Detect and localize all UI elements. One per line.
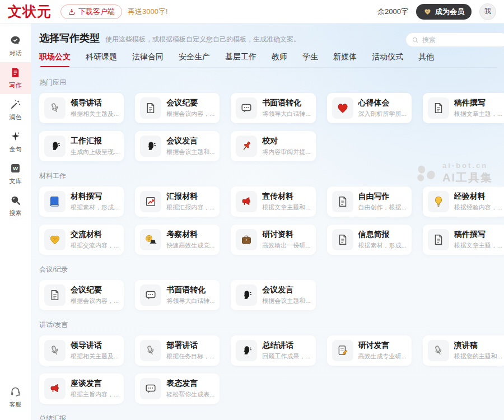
- card-title: 稿件撰写: [454, 230, 502, 240]
- mic-icon: [44, 340, 66, 361]
- tab[interactable]: 学生: [302, 52, 318, 67]
- vip-heart-icon: [423, 7, 432, 16]
- card-desc: 根据相关主题及...: [71, 110, 119, 118]
- card-title: 演讲稿: [454, 340, 502, 351]
- doc-icon: [428, 229, 449, 250]
- sidebar-item-chat-check[interactable]: 对话: [0, 30, 31, 62]
- card-title: 会议纪要: [71, 285, 119, 295]
- template-search[interactable]: [405, 32, 504, 47]
- download-icon: [68, 8, 76, 16]
- template-card[interactable]: 会议发言根据会议主题和...: [231, 280, 315, 310]
- sidebar-item-write-doc[interactable]: 写作: [0, 62, 31, 94]
- card-title: 稿件撰写: [454, 98, 502, 108]
- sidebar-item-magic-wand[interactable]: 润色: [0, 94, 31, 126]
- card-title: 会议发言: [262, 285, 310, 295]
- template-card[interactable]: 交流材料根据交流内容，...: [39, 225, 124, 255]
- sidebar: 对话写作润色金句W文库搜索客服: [0, 24, 31, 420]
- card-desc: 根据文章主题，...: [454, 241, 502, 250]
- template-card[interactable]: 汇报材料根据汇报内容，...: [135, 186, 220, 217]
- template-card[interactable]: 书面语转化将领导大白话转...: [135, 280, 220, 310]
- user-avatar[interactable]: 我: [479, 3, 496, 20]
- card-desc: 高效生成专业研...: [358, 352, 407, 361]
- template-card[interactable]: 考察材料快速高效生成党...: [135, 225, 220, 255]
- template-card[interactable]: 表态发言轻松帮你生成表...: [135, 374, 220, 404]
- template-card[interactable]: 信息简报根据素材，形成...: [327, 225, 412, 255]
- category-tabs: 职场公文科研课题法律合同安全生产基层工作教师学生新媒体活动仪式其他: [39, 52, 497, 68]
- template-card[interactable]: 稿件撰写根据文章主题，...: [423, 225, 504, 255]
- chart-up-icon: [140, 191, 161, 212]
- pin-red-icon: [236, 136, 257, 157]
- template-card[interactable]: 座谈发言根据主旨内容，...: [39, 374, 124, 404]
- tab[interactable]: 安全生产: [179, 52, 210, 67]
- book-blue-icon: [44, 191, 66, 212]
- template-card[interactable]: 研讨资料高效输出一份研...: [231, 225, 315, 255]
- speak-head-icon: [140, 136, 161, 157]
- template-card[interactable]: 书面语转化将领导大白话转...: [231, 93, 315, 123]
- doc-icon: [44, 284, 66, 306]
- page-title: 选择写作类型: [39, 31, 100, 45]
- heart-red-icon: [332, 97, 353, 119]
- sidebar-item-label: 客服: [10, 400, 22, 409]
- doc-icon: [332, 229, 353, 250]
- sidebar-item-w-square[interactable]: W文库: [0, 158, 31, 190]
- template-card[interactable]: 校对将内容审阅并提...: [231, 131, 315, 161]
- card-title: 信息简报: [358, 230, 407, 240]
- download-client-button[interactable]: 下载客户端: [60, 4, 122, 19]
- tab[interactable]: 教师: [272, 52, 287, 67]
- template-card[interactable]: 部署讲话根据任务目标，...: [135, 335, 220, 366]
- speak-head-icon: [44, 136, 66, 157]
- template-card[interactable]: 心得体会深入剖析所学所...: [327, 93, 412, 123]
- card-title: 交流材料: [71, 230, 119, 240]
- card-grid: 会议纪要根据会议内容，...书面语转化将领导大白话转...会议发言根据会议主题和…: [39, 280, 497, 310]
- tab[interactable]: 法律合同: [132, 52, 164, 67]
- sidebar-item-label: 金句: [10, 145, 22, 153]
- tab[interactable]: 新媒体: [333, 52, 357, 67]
- tab[interactable]: 其他: [418, 52, 434, 67]
- template-card[interactable]: 研讨发言高效生成专业研...: [327, 335, 412, 366]
- become-member-button[interactable]: 成为会员: [416, 4, 472, 20]
- card-desc: 轻松帮你生成表...: [166, 390, 214, 399]
- template-card[interactable]: 工作汇报生成向上级呈现...: [39, 131, 124, 161]
- search-input[interactable]: [422, 36, 502, 44]
- card-title: 自由写作: [358, 192, 407, 202]
- spark-icon: [10, 130, 21, 143]
- card-title: 心得体会: [358, 98, 407, 108]
- template-section: 会议/记录会议纪要根据会议内容，...书面语转化将领导大白话转...会议发言根据…: [39, 265, 497, 310]
- template-card[interactable]: 稿件撰写根据文章主题，...: [423, 93, 504, 123]
- template-card[interactable]: 领导讲话根据相关主题及...: [39, 335, 124, 366]
- template-card[interactable]: 宣传材料根据文章主题和...: [231, 186, 315, 217]
- template-card[interactable]: 自由写作自由创作，根据...: [327, 186, 412, 217]
- tab[interactable]: 基层工作: [225, 52, 256, 67]
- card-title: 考察材料: [166, 230, 214, 240]
- sidebar-item-label: 文库: [10, 177, 22, 185]
- card-desc: 根据您的主题和...: [454, 352, 502, 361]
- template-card[interactable]: 总结讲话回顾工作成果，...: [231, 335, 315, 366]
- card-desc: 根据会议主题和...: [166, 148, 214, 156]
- card-title: 工作汇报: [71, 136, 119, 146]
- tab[interactable]: 职场公文: [39, 52, 71, 67]
- template-card[interactable]: 会议发言根据会议主题和...: [135, 131, 220, 161]
- card-title: 宣传材料: [262, 192, 310, 202]
- megaphone-red-icon: [236, 191, 257, 212]
- become-member-label: 成为会员: [435, 7, 464, 17]
- sidebar-item-spark[interactable]: 金句: [0, 126, 31, 158]
- template-section: 热门应用领导讲话根据相关主题及...会议纪要根据会议内容，...书面语转化将领导…: [39, 78, 497, 161]
- doc-pencil-icon: [332, 340, 353, 361]
- tab[interactable]: 活动仪式: [372, 52, 403, 67]
- megaphone-red-icon: [44, 378, 66, 399]
- sidebar-item-search[interactable]: 搜索: [0, 190, 31, 222]
- template-card[interactable]: 会议纪要根据会议内容，...: [39, 280, 124, 310]
- template-card[interactable]: 领导讲话根据相关主题及...: [39, 93, 124, 123]
- card-title: 经验材料: [454, 192, 502, 202]
- template-card[interactable]: 材料撰写根据素材，形成...: [39, 186, 124, 217]
- card-title: 表态发言: [166, 379, 214, 389]
- tab[interactable]: 科研课题: [86, 52, 117, 67]
- write-doc-icon: [10, 67, 21, 80]
- template-card[interactable]: 演讲稿根据您的主题和...: [423, 335, 504, 366]
- template-card[interactable]: 会议纪要根据会议内容，...: [135, 93, 220, 123]
- top-header: 文状元 下载客户端 再送3000字! 余2000字 成为会员 我: [0, 0, 504, 24]
- card-desc: 根据会议主题和...: [262, 297, 310, 305]
- card-desc: 根据任务目标，...: [166, 352, 214, 361]
- template-card[interactable]: 经验材料根据经验内容，...: [423, 186, 504, 217]
- sidebar-item-headset[interactable]: 客服: [0, 381, 31, 413]
